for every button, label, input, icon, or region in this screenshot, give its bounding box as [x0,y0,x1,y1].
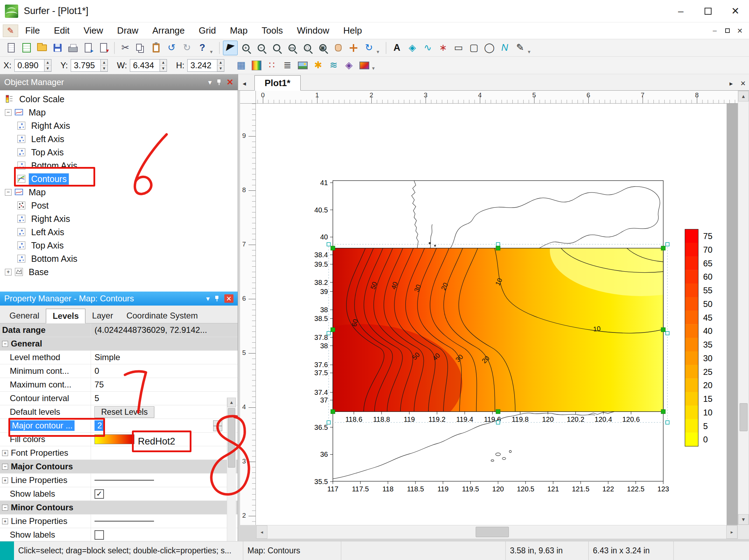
tree-item-base[interactable]: +Base [0,265,238,279]
property-row-default-levels[interactable]: Default levelsReset Levels [0,405,238,419]
h-input[interactable]: 3.242 [187,59,217,72]
help-pointer-icon[interactable]: ? [195,41,210,55]
w-input[interactable]: 6.434 [130,59,160,72]
tree-item-bottom-axis[interactable]: Bottom Axis [0,252,238,265]
tree-item-right-axis[interactable]: Right Axis [0,212,238,225]
new-plot-icon[interactable] [4,41,19,55]
property-row-level-method[interactable]: Level methodSimple [0,351,238,364]
image-icon[interactable] [357,58,372,73]
tab-close-button[interactable]: ✕ [737,76,749,90]
tab-general[interactable]: General [3,308,46,323]
tab-layer[interactable]: Layer [85,308,120,323]
property-row-line-properties[interactable]: +Line Properties [0,514,238,528]
vertical-scrollbar[interactable]: ▲ ▼ [738,91,749,525]
rounded-rect-tool-icon[interactable]: ▢ [467,41,481,55]
text-tool-icon[interactable]: A [390,41,404,55]
doc-close-button[interactable]: ✕ [734,25,746,37]
tree-item-left-axis[interactable]: Left Axis [0,132,238,146]
zoom-out-icon[interactable]: − [254,41,268,55]
pan-icon[interactable] [331,41,345,55]
panel-menu-icon[interactable]: ▾ [208,79,212,86]
undo-icon[interactable]: ↺ [164,41,179,55]
expand-icon[interactable]: + [2,450,8,456]
property-row-show-labels[interactable]: Show labels✓ [0,487,238,501]
collapse-icon[interactable]: − [2,505,8,511]
paste-icon[interactable] [149,41,163,55]
tab-scroll-left-button[interactable]: ◂ [238,76,250,90]
color-relief-icon[interactable] [249,58,264,73]
tree-item-top-axis[interactable]: Top Axis [0,146,238,159]
select-arrow-icon[interactable]: ◤ [223,41,238,55]
redraw-icon[interactable]: ↻ [362,41,376,55]
digitize-tool-icon[interactable]: ✎ [513,41,527,55]
menu-file[interactable]: File [18,25,47,36]
menu-edit[interactable]: Edit [47,25,77,36]
line-sample[interactable] [94,521,154,522]
minimize-button[interactable]: – [667,0,694,22]
property-row-show-labels[interactable]: Show labels [0,528,238,541]
property-row-maximum-cont[interactable]: Maximum cont...75 [0,378,238,392]
fill-colors-swatch[interactable] [94,434,134,444]
collapse-icon[interactable]: − [2,464,8,470]
post-map-icon[interactable]: ∷ [265,58,279,73]
tree-item-contours[interactable]: Contours [0,172,238,186]
w-stepper[interactable]: ▲▼ [160,59,167,72]
toolbar-overflow-icon[interactable]: ▾ [528,49,534,55]
scroll-up-icon[interactable]: ▲ [227,398,236,407]
menu-help[interactable]: Help [336,25,369,36]
zoom-page-icon[interactable]: □ [300,41,315,55]
menu-tools[interactable]: Tools [254,25,290,36]
tree-item-top-axis[interactable]: Top Axis [0,239,238,252]
expand-icon[interactable]: + [2,477,8,483]
reset-levels-button[interactable]: Reset Levels [94,406,154,418]
property-row-font-properties[interactable]: +Font Properties [0,446,238,460]
scrollbar-thumb[interactable] [740,403,748,431]
expander-icon[interactable]: + [5,269,12,275]
toolbar-overflow-icon[interactable]: ▾ [377,49,383,55]
tab-levels[interactable]: Levels [46,309,85,323]
classed-post-icon[interactable]: ≣ [280,58,295,73]
panel-menu-icon[interactable]: ▾ [206,295,210,302]
menu-arrange[interactable]: Arrange [145,25,192,36]
contour-map-icon[interactable]: ≋ [326,58,341,73]
shaded-relief-icon[interactable]: ✱ [311,58,326,73]
scroll-right-icon[interactable]: ▸ [726,525,737,539]
redo-icon[interactable]: ↻ [180,41,194,55]
tree-item-post[interactable]: Post [0,199,238,212]
pin-icon[interactable] [217,79,222,85]
tab-scroll-right-button[interactable]: ▸ [725,76,737,90]
export-blue-icon[interactable] [81,41,96,55]
expander-icon[interactable]: − [5,189,12,196]
h-stepper[interactable]: ▲▼ [217,59,224,72]
x-input[interactable]: 0.890 [14,59,44,72]
major-contour-value[interactable]: 2 [94,420,105,431]
wireframe-icon[interactable]: ◈ [342,58,356,73]
menu-grid[interactable]: Grid [192,25,223,36]
menu-view[interactable]: View [77,25,110,36]
property-row-major-contour[interactable]: Major contour ...2▲▼ [0,419,238,433]
tree-item-bottom-axis[interactable]: Bottom Axis [0,159,238,172]
menu-draw[interactable]: Draw [110,25,146,36]
plot-drawing[interactable]: 117117.5118118.5119119.5120120.5121121.5… [256,104,738,525]
toolbar-overflow-icon[interactable]: ▾ [372,65,378,71]
plot-canvas[interactable]: 117117.5118118.5119119.5120120.5121121.5… [256,104,738,525]
print-icon[interactable] [65,41,80,55]
zoom-in-icon[interactable]: + [238,41,253,55]
image-map-icon[interactable] [295,58,310,73]
tree-item-color-scale[interactable]: Color Scale [0,92,238,106]
property-row-contour-interval[interactable]: Contour interval5 [0,392,238,405]
doc-restore-button[interactable] [721,25,734,37]
polygon-tool-icon[interactable]: ◈ [405,41,420,55]
property-row-line-properties[interactable]: +Line Properties [0,474,238,487]
expand-icon[interactable]: + [2,518,8,524]
copy-icon[interactable] [133,41,148,55]
menu-map[interactable]: Map [223,25,255,36]
line-sample[interactable] [94,480,154,481]
horizontal-ruler[interactable]: 012345678 [256,91,738,104]
property-row-fill-colors[interactable]: Fill colors [0,433,238,446]
cut-icon[interactable]: ✂ [118,41,133,55]
export-red-icon[interactable] [96,41,111,55]
scroll-up-icon[interactable]: ▲ [738,91,749,102]
close-button[interactable]: ✕ [722,0,749,22]
scrollbar-thumb[interactable] [476,527,509,537]
